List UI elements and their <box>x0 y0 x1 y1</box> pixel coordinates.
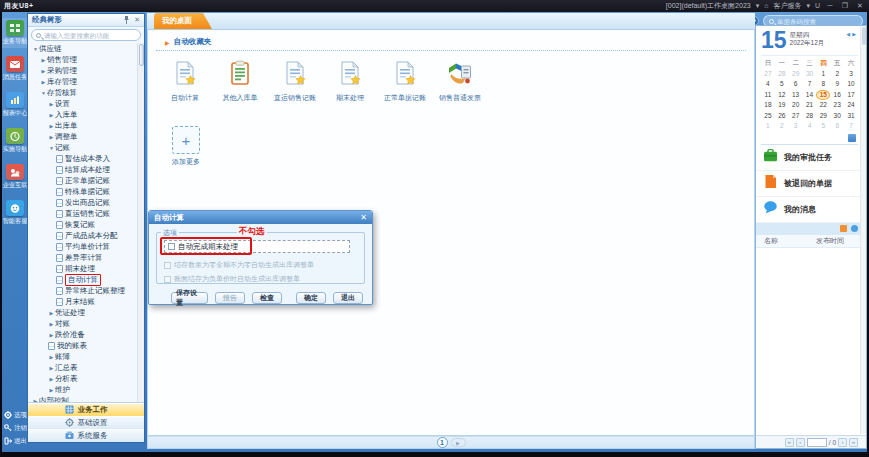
checkbox-自动完成期末处理[interactable] <box>168 243 175 250</box>
calendar-day-cell[interactable]: 22 <box>816 100 830 111</box>
sidebar-item-实施导航[interactable]: 实施导航 <box>2 126 27 156</box>
first-page-icon[interactable]: « <box>785 438 794 447</box>
collapsed-arrow-icon[interactable]: ▶ <box>48 123 55 129</box>
calendar-day-cell[interactable]: 8 <box>816 79 830 90</box>
calendar-day-cell[interactable]: 6 <box>830 121 844 132</box>
favorites-header[interactable]: ▶ 自动收藏夹 <box>156 30 746 51</box>
tree-item-对账[interactable]: ▶对账 <box>28 318 144 329</box>
sidebar-footer-选项[interactable]: 选项 <box>2 409 27 422</box>
tree-footer-基础设置[interactable]: 基础设置 <box>28 416 144 429</box>
page-number-input[interactable] <box>807 438 827 447</box>
calendar-day-cell[interactable]: 24 <box>844 100 858 111</box>
page-1-indicator[interactable]: 1 <box>437 437 448 448</box>
calendar-day-cell[interactable]: 7 <box>803 79 817 90</box>
collapse-arrow-icon[interactable]: ▶ <box>165 39 170 46</box>
sidebar-item-智能客服[interactable]: 智能客服 <box>2 198 27 228</box>
next-page-icon[interactable]: ▶ <box>451 438 466 447</box>
tree-item-月末结账[interactable]: 月末结账 <box>28 296 144 307</box>
add-more-button[interactable]: + 添加更多 <box>172 126 200 167</box>
tree-item-正常单据记账[interactable]: 正常单据记账 <box>28 175 144 186</box>
报告-button[interactable]: 报告 <box>215 292 245 304</box>
tree-item-特殊单据记账[interactable]: 特殊单据记账 <box>28 186 144 197</box>
calendar-day-cell[interactable]: 30 <box>803 69 817 80</box>
tree-item-调整单[interactable]: ▶调整单 <box>28 131 144 142</box>
minimize-button[interactable]: ─ <box>825 2 835 10</box>
grid-icon[interactable] <box>840 225 847 232</box>
calendar-day-cell[interactable]: 29 <box>816 111 830 122</box>
sidebar-item-企业互联[interactable]: 企业互联 <box>2 162 27 192</box>
calendar-day-cell[interactable]: 11 <box>761 90 775 101</box>
shortcut-自动计算[interactable]: 自动计算 <box>164 60 206 103</box>
expanded-arrow-icon[interactable]: ▼ <box>48 145 55 151</box>
tree-item-我的账表[interactable]: 我的账表 <box>28 340 144 351</box>
calendar-day-cell[interactable]: 31 <box>844 111 858 122</box>
collapsed-arrow-icon[interactable]: ▶ <box>48 332 55 338</box>
tree-item-分析表[interactable]: ▶分析表 <box>28 373 144 384</box>
shortcut-期末处理[interactable]: 期末处理 <box>329 60 371 103</box>
tree-item-直运销售记账[interactable]: 直运销售记账 <box>28 208 144 219</box>
service-caret-icon[interactable]: ▾ <box>806 2 810 10</box>
checkbox-账面结存为负单价时自动生成出库调整单[interactable] <box>164 276 171 283</box>
tree-item-暂估成本录入[interactable]: 暂估成本录入 <box>28 153 144 164</box>
calendar-day-cell[interactable]: 25 <box>761 111 775 122</box>
calendar-day-cell[interactable]: 9 <box>830 79 844 90</box>
prev-page-icon[interactable]: ‹ <box>796 438 805 447</box>
calendar-day-cell[interactable]: 17 <box>844 90 858 101</box>
sidebar-item-报表中心[interactable]: 报表中心 <box>2 90 27 120</box>
tree-item-销售管理[interactable]: ▶销售管理 <box>28 54 144 65</box>
退出-button[interactable]: 退出 <box>333 292 363 304</box>
tree-item-内部控制[interactable]: ▶内部控制 <box>28 395 144 402</box>
collapsed-arrow-icon[interactable]: ▶ <box>40 57 47 63</box>
collapsed-arrow-icon[interactable]: ▶ <box>48 310 55 316</box>
expanded-arrow-icon[interactable]: ▼ <box>32 46 39 52</box>
task-我的消息[interactable]: 我的消息 <box>756 197 866 223</box>
calendar-day-cell[interactable]: 7 <box>844 121 858 132</box>
tree-item-产成品成本分配[interactable]: 产成品成本分配 <box>28 230 144 241</box>
calendar-day-cell[interactable]: 4 <box>761 79 775 90</box>
close-panel-icon[interactable]: ✕ <box>134 16 140 25</box>
tree-item-入库单[interactable]: ▶入库单 <box>28 109 144 120</box>
tree-scrollbar[interactable] <box>137 43 144 402</box>
collapsed-arrow-icon[interactable]: ▶ <box>40 79 47 85</box>
calendar-day-cell[interactable]: 13 <box>789 90 803 101</box>
tree-item-设置[interactable]: ▶设置 <box>28 98 144 109</box>
home-icon[interactable]: ⌂ <box>764 2 768 10</box>
customer-service-link[interactable]: 客户服务 <box>773 2 801 10</box>
calendar-day-cell[interactable]: 19 <box>775 100 789 111</box>
expanded-arrow-icon[interactable]: ▼ <box>40 90 47 96</box>
calendar-day-cell[interactable]: 1 <box>761 121 775 132</box>
dialog-close-icon[interactable]: ✕ <box>360 213 367 223</box>
tree-item-平均单价计算[interactable]: 平均单价计算 <box>28 241 144 252</box>
calendar-day-cell[interactable]: 3 <box>789 121 803 132</box>
u-assistant-icon[interactable]: U <box>815 2 820 10</box>
calendar-day-cell[interactable]: 28 <box>803 111 817 122</box>
shortcut-其他入库单[interactable]: 其他入库单 <box>219 60 261 103</box>
calendar-day-cell[interactable]: 2 <box>830 69 844 80</box>
task-我的审批任务[interactable]: 我的审批任务 <box>756 145 866 171</box>
tree-item-汇总表[interactable]: ▶汇总表 <box>28 362 144 373</box>
tree-search-input[interactable] <box>44 32 134 39</box>
tree-item-结算成本处理[interactable]: 结算成本处理 <box>28 164 144 175</box>
calendar-day-cell[interactable]: 23 <box>830 100 844 111</box>
calendar-day-cell[interactable]: 3 <box>844 69 858 80</box>
tree-item-账簿[interactable]: ▶账簿 <box>28 351 144 362</box>
tree-item-出库单[interactable]: ▶出库单 <box>28 120 144 131</box>
dialog-titlebar[interactable]: 自动计算 ✕ <box>149 211 372 224</box>
collapsed-arrow-icon[interactable]: ▶ <box>48 321 55 327</box>
collapsed-arrow-icon[interactable]: ▶ <box>40 68 47 74</box>
sidebar-item-业务导航[interactable]: 业务导航 <box>2 18 27 48</box>
tree-item-记账[interactable]: ▼记账 <box>28 142 144 153</box>
calendar-day-cell[interactable]: 1 <box>816 69 830 80</box>
calendar-expand-icon[interactable] <box>848 134 856 142</box>
calendar-day-cell[interactable]: 30 <box>830 111 844 122</box>
calendar-day-cell[interactable]: 5 <box>816 121 830 132</box>
task-被退回的单据[interactable]: 被退回的单据 <box>756 171 866 197</box>
tree-item-差异率计算[interactable]: 差异率计算 <box>28 252 144 263</box>
collapsed-arrow-icon[interactable]: ▶ <box>48 365 55 371</box>
collapsed-arrow-icon[interactable]: ▶ <box>48 101 55 107</box>
tree-item-存货核算[interactable]: ▼存货核算 <box>28 87 144 98</box>
calendar-day-cell[interactable]: 5 <box>775 79 789 90</box>
shortcut-直运销售记账[interactable]: 直运销售记账 <box>274 60 316 103</box>
calendar-day-cell[interactable]: 16 <box>830 90 844 101</box>
calendar-next-icon[interactable]: ▶ <box>852 31 858 37</box>
